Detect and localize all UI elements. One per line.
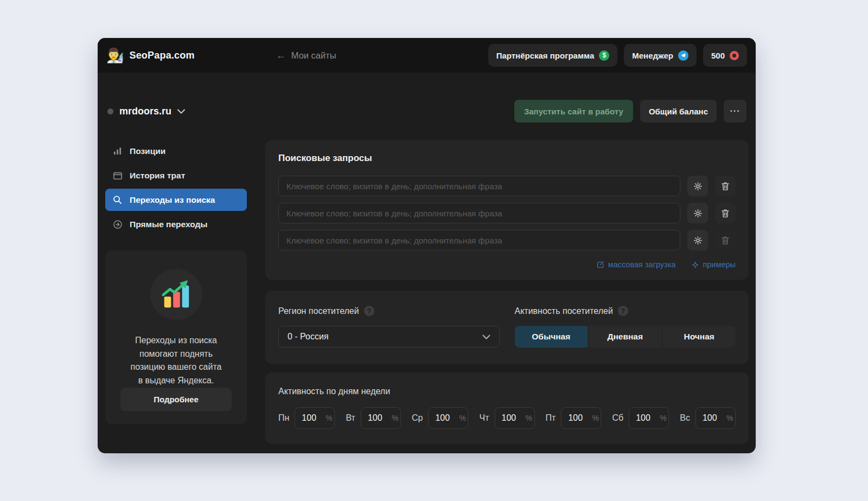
percent-unit: % bbox=[459, 414, 465, 422]
edit-square-icon bbox=[597, 261, 604, 268]
day-group-sun: Вс % bbox=[680, 407, 736, 429]
partner-program-button[interactable]: Партнёрская программа $ bbox=[488, 44, 618, 67]
day-percent-field: % bbox=[295, 407, 335, 429]
gear-icon bbox=[693, 182, 703, 191]
day-label: Вс bbox=[680, 413, 690, 423]
logo-emoji-icon: 👨‍🔬 bbox=[106, 48, 124, 62]
query-delete-button-1[interactable] bbox=[715, 176, 736, 196]
manager-button[interactable]: Менеджер bbox=[624, 44, 697, 67]
bulk-upload-label: массовая загрузка bbox=[608, 260, 676, 269]
sidebar-item-positions[interactable]: Позиции bbox=[105, 140, 247, 162]
query-rows bbox=[278, 176, 736, 251]
trash-icon bbox=[721, 236, 730, 245]
day-group-mon: Пн % bbox=[278, 407, 335, 429]
balance-value: 500 bbox=[711, 51, 725, 60]
region-dropdown[interactable]: 0 - Россия bbox=[278, 326, 500, 348]
sidebar-item-direct-transitions[interactable]: Прямые переходы bbox=[105, 213, 247, 235]
day-group-fri: Пт % bbox=[546, 407, 602, 429]
percent-unit: % bbox=[660, 414, 666, 422]
coin-ring-icon bbox=[730, 51, 739, 60]
day-label: Вт bbox=[346, 413, 355, 423]
activity-label: Активность посетителей bbox=[515, 306, 613, 316]
keyword-input-3[interactable] bbox=[278, 230, 680, 251]
app-title: SeoPapa.com bbox=[129, 50, 194, 61]
day-percent-field: % bbox=[495, 407, 535, 429]
search-queries-title: Поисковые запросы bbox=[278, 153, 736, 164]
day-group-tue: Вт % bbox=[346, 407, 400, 429]
week-activity-panel: Активность по дням недели Пн % Вт bbox=[265, 372, 749, 444]
trash-icon bbox=[721, 209, 730, 218]
launch-site-button[interactable]: Запустить сайт в работу bbox=[514, 100, 633, 123]
day-percent-input-sat[interactable] bbox=[636, 413, 658, 423]
day-group-sat: Сб % bbox=[612, 407, 669, 429]
query-delete-button-2[interactable] bbox=[715, 203, 736, 223]
promo-card: Переходы из поиска помогают поднять пози… bbox=[105, 251, 247, 424]
percent-unit: % bbox=[726, 414, 733, 422]
day-label: Ср bbox=[412, 413, 423, 423]
content-area: mrdoors.ru Запустить сайт в работу Общий… bbox=[98, 94, 756, 444]
visitor-settings-panel: Регион посетителей ? 0 - Россия Активнос… bbox=[265, 291, 749, 364]
wallet-icon bbox=[112, 170, 123, 181]
manager-label: Менеджер bbox=[632, 51, 673, 60]
site-status-dot bbox=[107, 108, 113, 114]
sidebar-item-label: Прямые переходы bbox=[130, 220, 208, 229]
day-percent-input-thu[interactable] bbox=[502, 413, 524, 423]
balance-button[interactable]: 500 bbox=[703, 44, 747, 67]
day-percent-input-sun[interactable] bbox=[703, 413, 724, 423]
help-icon[interactable]: ? bbox=[618, 306, 628, 316]
keyword-input-2[interactable] bbox=[278, 203, 680, 223]
query-settings-button-3[interactable] bbox=[687, 230, 708, 251]
day-percent-input-wed[interactable] bbox=[435, 413, 457, 423]
day-label: Чт bbox=[480, 413, 489, 423]
sparkle-icon bbox=[692, 261, 699, 268]
day-label: Сб bbox=[612, 413, 623, 423]
promo-text: Переходы из поиска помогают поднять пози… bbox=[131, 334, 222, 388]
query-settings-button-2[interactable] bbox=[687, 203, 708, 223]
activity-option-daytime[interactable]: Дневная bbox=[589, 326, 662, 348]
day-percent-input-tue[interactable] bbox=[368, 413, 390, 423]
query-row bbox=[278, 176, 736, 196]
trash-icon bbox=[721, 182, 730, 191]
total-balance-button[interactable]: Общий баланс bbox=[640, 100, 717, 123]
bulk-upload-link[interactable]: массовая загрузка bbox=[597, 260, 676, 269]
sidebar-item-label: История трат bbox=[130, 171, 185, 181]
back-label: Мои сайты bbox=[291, 50, 336, 61]
query-settings-button-1[interactable] bbox=[687, 176, 708, 196]
gear-icon bbox=[693, 236, 703, 245]
sidebar-item-search-transitions[interactable]: Переходы из поиска bbox=[105, 189, 247, 211]
logo[interactable]: 👨‍🔬 SeoPapa.com bbox=[106, 48, 195, 62]
back-arrow-icon: ← bbox=[276, 50, 286, 61]
query-row bbox=[278, 230, 736, 251]
region-selected-value: 0 - Россия bbox=[288, 332, 329, 342]
day-percent-field: % bbox=[695, 407, 736, 429]
back-to-sites[interactable]: ← Мои сайты bbox=[276, 50, 336, 61]
site-selector[interactable]: mrdoors.ru bbox=[107, 106, 185, 117]
learn-more-button[interactable]: Подробнее bbox=[120, 388, 232, 411]
day-percent-input-fri[interactable] bbox=[568, 413, 590, 423]
day-group-wed: Ср % bbox=[412, 407, 468, 429]
help-icon[interactable]: ? bbox=[364, 306, 374, 316]
search-queries-panel: Поисковые запросы bbox=[265, 140, 749, 280]
sidebar-item-spend-history[interactable]: История трат bbox=[105, 164, 247, 187]
activity-option-night[interactable]: Ночная bbox=[663, 326, 736, 348]
dollar-icon: $ bbox=[599, 50, 609, 61]
week-days-row: Пн % Вт % bbox=[278, 407, 736, 429]
region-section: Регион посетителей ? 0 - Россия bbox=[278, 306, 500, 348]
examples-link[interactable]: примеры bbox=[692, 260, 736, 269]
day-percent-field: % bbox=[561, 407, 601, 429]
activity-segmented-control: Обычная Дневная Ночная bbox=[515, 326, 736, 348]
sidebar-nav: Позиции История трат Переходы из поиска bbox=[105, 140, 247, 235]
day-percent-input-mon[interactable] bbox=[302, 413, 323, 423]
percent-unit: % bbox=[526, 414, 532, 422]
percent-unit: % bbox=[392, 414, 398, 422]
more-options-button[interactable]: ··· bbox=[724, 100, 746, 123]
site-name: mrdoors.ru bbox=[119, 106, 171, 117]
percent-unit: % bbox=[326, 414, 332, 422]
examples-label: примеры bbox=[703, 260, 736, 269]
keyword-input-1[interactable] bbox=[278, 176, 680, 196]
main-area: Поисковые запросы bbox=[265, 140, 749, 444]
activity-option-normal[interactable]: Обычная bbox=[515, 326, 588, 348]
growth-chart-icon bbox=[150, 269, 202, 320]
day-percent-field: % bbox=[361, 407, 401, 429]
query-links: массовая загрузка примеры bbox=[278, 260, 736, 269]
